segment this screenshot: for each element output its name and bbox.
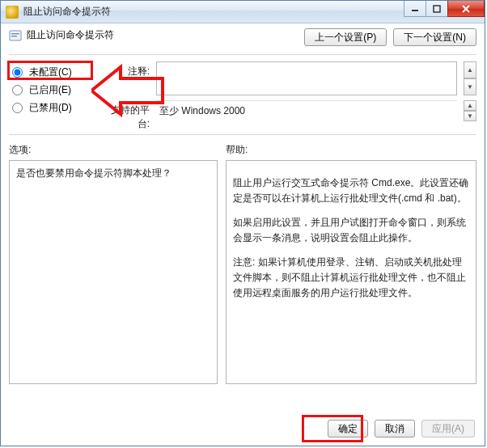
svg-rect-5 <box>11 33 19 35</box>
content-area: 阻止访问命令提示符 上一个设置(P) 下一个设置(N) 未配置(C) 已启用(E… <box>1 23 485 446</box>
separator <box>9 54 476 55</box>
options-header: 选项: <box>9 142 218 160</box>
options-panel[interactable]: 是否也要禁用命令提示符脚本处理？ <box>9 160 218 384</box>
cancel-button[interactable]: 取消 <box>375 420 415 437</box>
platform-spin: ▲ ▼ <box>464 100 476 121</box>
window-frame: 阻止访问命令提示符 阻止访问命令提示符 上一个设置(P) 下一个设置 <box>0 0 485 446</box>
window-controls <box>404 1 485 17</box>
platform-spin-down[interactable]: ▼ <box>464 111 476 121</box>
footer-buttons: 确定 取消 应用(A) <box>328 420 475 437</box>
radio-disabled-input[interactable] <box>12 103 23 113</box>
help-p3: 注意: 如果计算机使用登录、注销、启动或关机批处理文件脚本，则不阻止计算机运行批… <box>233 255 469 300</box>
help-p1: 阻止用户运行交互式命令提示符 Cmd.exe。此设置还确定是否可以在计算机上运行… <box>233 175 469 205</box>
ok-button[interactable]: 确定 <box>328 420 368 437</box>
next-setting-button[interactable]: 下一个设置(N) <box>393 28 476 46</box>
radio-enabled-input[interactable] <box>12 85 23 95</box>
comment-spin-up[interactable]: ▲ <box>464 61 476 78</box>
comment-spin: ▲ ▼ <box>464 61 476 95</box>
platform-label: 支持的平台: <box>100 100 150 131</box>
radio-not-configured-input[interactable] <box>12 67 23 78</box>
help-p2: 如果启用此设置，并且用户试图打开命令窗口，则系统会显示一条消息，说明设置会阻止此… <box>233 215 469 245</box>
minimize-button[interactable] <box>404 1 426 17</box>
radio-enabled[interactable]: 已启用(E) <box>12 81 90 99</box>
state-radio-group: 未配置(C) 已启用(E) 已禁用(D) <box>9 61 93 131</box>
comment-textarea[interactable] <box>156 61 457 95</box>
comment-label: 注释: <box>100 61 150 78</box>
radio-enabled-label: 已启用(E) <box>29 83 71 97</box>
help-panel[interactable]: 阻止用户运行交互式命令提示符 Cmd.exe。此设置还确定是否可以在计算机上运行… <box>226 160 476 384</box>
comment-spin-down[interactable]: ▼ <box>464 78 476 95</box>
separator-2 <box>9 134 476 135</box>
maximize-button[interactable] <box>426 1 448 17</box>
close-button[interactable] <box>447 1 485 17</box>
radio-disabled-label: 已禁用(D) <box>29 101 72 115</box>
app-icon <box>6 6 19 19</box>
window-title: 阻止访问命令提示符 <box>23 5 111 19</box>
radio-disabled[interactable]: 已禁用(D) <box>12 99 90 116</box>
svg-rect-6 <box>11 36 17 37</box>
radio-not-configured[interactable]: 未配置(C) <box>12 63 90 81</box>
page-title: 阻止访问命令提示符 <box>27 28 114 42</box>
options-text: 是否也要禁用命令提示符脚本处理？ <box>16 167 172 179</box>
previous-setting-button[interactable]: 上一个设置(P) <box>304 28 387 46</box>
platform-value: 至少 Windows 2000 <box>156 100 457 123</box>
apply-button: 应用(A) <box>421 420 475 437</box>
title-bar: 阻止访问命令提示符 <box>1 1 485 23</box>
radio-not-configured-label: 未配置(C) <box>29 66 72 79</box>
policy-icon <box>9 29 22 42</box>
help-header: 帮助: <box>226 142 476 160</box>
svg-rect-1 <box>434 6 440 12</box>
platform-spin-up[interactable]: ▲ <box>464 100 476 111</box>
